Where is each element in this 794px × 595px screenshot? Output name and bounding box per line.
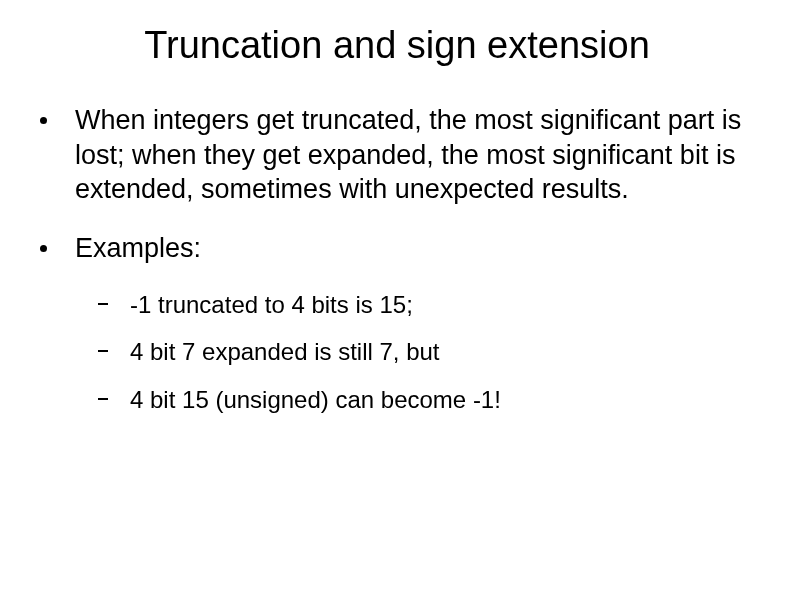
slide-content: When integers get truncated, the most si… bbox=[0, 103, 794, 415]
bullet-icon bbox=[40, 117, 47, 124]
slide-title: Truncation and sign extension bbox=[0, 24, 794, 67]
dash-icon bbox=[98, 398, 108, 400]
sub-item: 4 bit 15 (unsigned) can become -1! bbox=[98, 384, 754, 415]
sub-text: 4 bit 7 expanded is still 7, but bbox=[130, 336, 440, 367]
bullet-text: When integers get truncated, the most si… bbox=[75, 103, 754, 207]
bullet-item: Examples: bbox=[40, 231, 754, 266]
sub-list: -1 truncated to 4 bits is 15; 4 bit 7 ex… bbox=[98, 289, 754, 415]
sub-text: 4 bit 15 (unsigned) can become -1! bbox=[130, 384, 501, 415]
sub-item: 4 bit 7 expanded is still 7, but bbox=[98, 336, 754, 367]
bullet-item: When integers get truncated, the most si… bbox=[40, 103, 754, 207]
dash-icon bbox=[98, 303, 108, 305]
sub-item: -1 truncated to 4 bits is 15; bbox=[98, 289, 754, 320]
sub-text: -1 truncated to 4 bits is 15; bbox=[130, 289, 413, 320]
dash-icon bbox=[98, 350, 108, 352]
bullet-icon bbox=[40, 245, 47, 252]
bullet-text: Examples: bbox=[75, 231, 201, 266]
